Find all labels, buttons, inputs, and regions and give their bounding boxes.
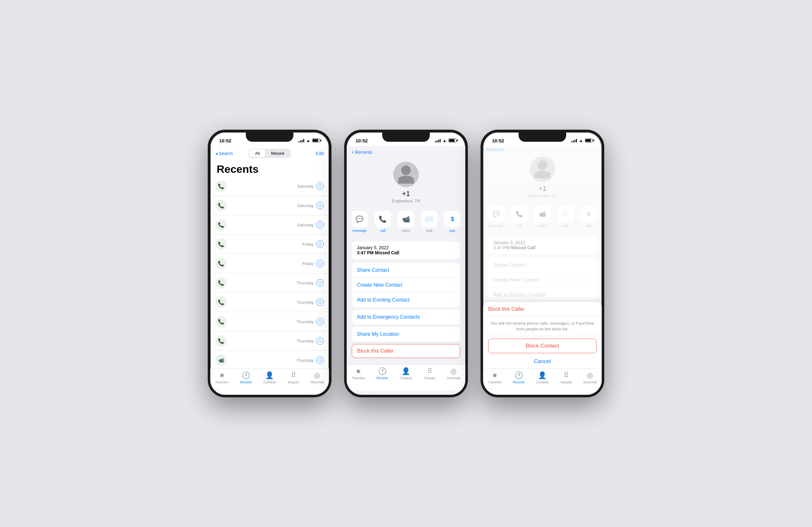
- day-label: Thursday: [296, 339, 314, 343]
- day-label: Thursday: [296, 281, 314, 286]
- info-button[interactable]: ⓘ: [316, 298, 324, 306]
- back-nav: ‹ Recents: [347, 146, 465, 158]
- phone-block-confirmation: 10:52 ▲ ‹ Recents: [480, 130, 604, 397]
- phone-recents-list: 10:52 ▲ Search All Missed Edit: [208, 130, 332, 397]
- message-action[interactable]: 💬 message: [349, 211, 370, 232]
- pay-action[interactable]: $ pay: [442, 211, 463, 232]
- day-label: Saturday: [297, 203, 314, 208]
- page-title: Recents: [210, 160, 329, 177]
- call-action[interactable]: 📞 call: [372, 211, 393, 232]
- recents-list[interactable]: 📞 Saturday ⓘ 📞 Saturday ⓘ 📞 Saturday ⓘ 📞: [210, 177, 329, 368]
- info-button[interactable]: ⓘ: [316, 240, 324, 248]
- tab-keypad[interactable]: ⠿ Keypad: [418, 367, 441, 380]
- list-item[interactable]: 📞 Thursday ⓘ: [210, 312, 329, 331]
- contact-detail-screen: ‹ Recents +1 Englewood, TN 💬 message: [347, 146, 465, 395]
- info-button[interactable]: ⓘ: [316, 221, 324, 229]
- day-label: Saturday: [297, 223, 314, 228]
- tab-voicemail[interactable]: ◎ Voicemail: [578, 371, 602, 384]
- list-item[interactable]: 📞 Saturday ⓘ: [210, 215, 329, 235]
- call-time-type: 3:47 PM Missed Call: [357, 250, 455, 255]
- tab-contacts[interactable]: 👤 Contacts: [531, 371, 554, 384]
- info-button[interactable]: ⓘ: [316, 279, 324, 287]
- voicemail-icon: ◎: [314, 371, 320, 380]
- day-label: Thursday: [296, 358, 314, 363]
- list-item[interactable]: 📞 Saturday ⓘ: [210, 177, 329, 196]
- back-label: Recents: [355, 149, 372, 155]
- block-contact-button[interactable]: Block Contact: [488, 339, 597, 353]
- list-item[interactable]: 📞 Thursday ⓘ: [210, 293, 329, 312]
- mail-btn-circle: ✉️: [421, 211, 437, 228]
- tab-favorites[interactable]: ★ Favorites: [483, 371, 507, 384]
- battery-icon: [585, 138, 593, 142]
- phone-contact-detail: 10:52 ▲ ‹ Recents: [344, 130, 468, 397]
- info-button[interactable]: ⓘ: [316, 260, 324, 267]
- call-btn-dimmed: 📞 call: [509, 206, 530, 228]
- contact-phone-number: +1: [402, 190, 410, 198]
- list-item[interactable]: 📞 Thursday ⓘ: [210, 331, 329, 351]
- tab-voicemail[interactable]: ◎ Voicemail: [305, 371, 329, 384]
- add-emergency-contacts-btn[interactable]: Add to Emergency Contacts: [352, 310, 460, 324]
- avatar-head: [401, 165, 411, 175]
- mail-action[interactable]: ✉️ mail: [419, 211, 440, 232]
- tab-keypad[interactable]: ⠿ Keypad: [281, 371, 305, 384]
- back-button[interactable]: ‹ Recents: [352, 149, 372, 156]
- tab-contacts[interactable]: 👤 Contacts: [394, 367, 418, 380]
- tab-recents[interactable]: 🕐 Recents: [507, 371, 531, 384]
- back-arrow-icon-dimmed: ‹: [483, 146, 485, 153]
- tab-recents[interactable]: 🕐 Recents: [371, 367, 394, 380]
- share-contact-btn[interactable]: Share Contact: [352, 263, 460, 278]
- info-button[interactable]: ⓘ: [316, 337, 324, 345]
- mail-btn-dimmed: ✉️ mail: [555, 206, 576, 228]
- tab-recents[interactable]: 🕐 Recents: [234, 371, 258, 384]
- video-action[interactable]: 📹 video: [395, 211, 416, 232]
- list-item[interactable]: 📞 Friday ⓘ: [210, 254, 329, 273]
- cancel-button[interactable]: Cancel: [483, 354, 602, 368]
- emergency-section: Add to Emergency Contacts: [352, 310, 460, 324]
- segment-control: All Missed: [249, 149, 291, 158]
- call-icon: 📞: [215, 296, 227, 308]
- info-button[interactable]: ⓘ: [316, 356, 324, 364]
- create-contact-dimmed: Create New Contact: [488, 273, 597, 288]
- info-button[interactable]: ⓘ: [316, 182, 324, 190]
- segment-all[interactable]: All: [249, 149, 265, 157]
- info-button[interactable]: ⓘ: [316, 202, 324, 209]
- segment-missed[interactable]: Missed: [265, 149, 290, 157]
- share-location-btn[interactable]: Share My Location: [352, 327, 460, 341]
- create-new-contact-btn[interactable]: Create New Contact: [352, 278, 460, 293]
- list-item[interactable]: 📞 Thursday ⓘ: [210, 273, 329, 293]
- tab-favorites-label: Favorites: [352, 376, 365, 380]
- call-date-dimmed: January 5, 2022: [493, 240, 592, 245]
- keypad-icon: ⠿: [427, 367, 432, 376]
- call-label: call: [380, 229, 386, 232]
- call-detail-card: January 5, 2022 3:47 PM Missed Call: [352, 241, 460, 259]
- call-type: Missed Call: [375, 250, 399, 255]
- contact-phone-dimmed: +1: [538, 185, 546, 193]
- avatar: [393, 162, 419, 187]
- tab-favorites[interactable]: ★ Favorites: [210, 371, 234, 384]
- action-buttons: 💬 message 📞 call 📹 video ✉️ ma: [347, 208, 465, 237]
- call-icon: 📞: [215, 238, 227, 250]
- block-caller-section[interactable]: Block this Caller: [352, 344, 460, 358]
- day-label: Friday: [302, 261, 314, 266]
- tab-contacts-label: Contacts: [263, 381, 276, 384]
- tab-favorites-label: Favorites: [216, 381, 229, 384]
- back-label-dimmed: Recents: [486, 147, 504, 152]
- info-button[interactable]: ⓘ: [316, 318, 324, 325]
- battery-icon: [449, 138, 456, 142]
- tab-keypad[interactable]: ⠿ Keypad: [554, 371, 578, 384]
- tab-contacts[interactable]: 👤 Contacts: [258, 371, 282, 384]
- list-item[interactable]: 📞 Saturday ⓘ: [210, 196, 329, 215]
- call-icon: 📞: [215, 258, 227, 269]
- edit-button[interactable]: Edit: [316, 151, 324, 156]
- recents-screen: Search All Missed Edit Recents 📞 Saturda…: [210, 146, 329, 395]
- tab-voicemail-label: Voicemail: [583, 381, 597, 384]
- pay-icon: $: [451, 216, 454, 223]
- list-item[interactable]: 📹 Thursday ⓘ: [210, 351, 329, 368]
- tab-favorites[interactable]: ★ Favorites: [347, 367, 371, 380]
- call-date: January 5, 2022: [357, 245, 455, 250]
- wifi-icon: ▲: [443, 138, 447, 143]
- list-item[interactable]: 📞 Friday ⓘ: [210, 235, 329, 254]
- search-back[interactable]: Search: [215, 151, 233, 156]
- add-to-existing-contact-btn[interactable]: Add to Existing Contact: [352, 293, 460, 307]
- tab-voicemail[interactable]: ◎ Voicemail: [441, 367, 465, 380]
